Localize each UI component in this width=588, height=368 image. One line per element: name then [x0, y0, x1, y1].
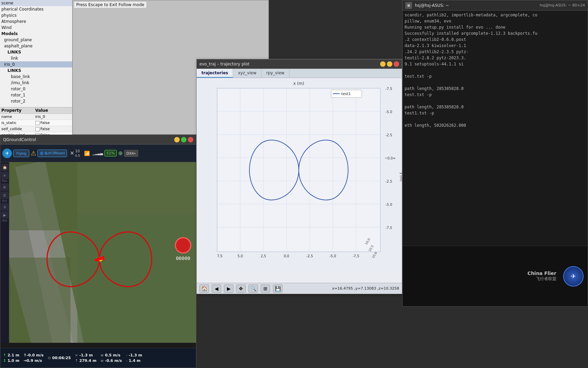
evo-next-button[interactable]: ▶	[224, 285, 233, 293]
prop-col-property-header: Property	[0, 107, 34, 113]
warning-icon[interactable]: ⚠	[31, 150, 36, 157]
flying-mode-button[interactable]: Flying	[13, 150, 29, 157]
alt-down-value: 1.0 m	[7, 358, 19, 363]
term-line-8: 9.1 setuptools-44.1.1 si	[405, 61, 586, 67]
tree-item-scene[interactable]: scene	[0, 0, 72, 6]
tree-item-link[interactable]: link	[0, 55, 72, 61]
term-line-12: path length, 285385828.0	[405, 104, 586, 110]
evo-save-button[interactable]: 💾	[273, 285, 282, 293]
vspeed-down-value: →0.9 m/s	[23, 358, 42, 363]
xspd-icon: w	[100, 353, 103, 358]
evo-prev-button[interactable]: ◀	[212, 285, 221, 293]
prop-name-static: is_static	[0, 120, 34, 126]
y-tick-4: -2.5	[386, 180, 392, 183]
y-speed-value: -0.6 m/s	[105, 358, 122, 363]
sidebar-play-icon[interactable]: ▶	[1, 211, 9, 219]
term-line-4: .2 contextlib2-0.6.0.post	[405, 36, 586, 43]
record-button[interactable]	[175, 237, 191, 254]
watermark-icon: ✈	[563, 266, 584, 287]
sidebar-settings-icon[interactable]: ⚙	[1, 183, 9, 191]
x-tick-2: 2,5	[261, 254, 266, 258]
checkbox-static[interactable]	[35, 121, 39, 125]
x-tick-0: 7,5	[217, 254, 223, 258]
tab-rpy-view[interactable]: rpy_view	[262, 69, 290, 78]
evo-maximize-button[interactable]	[387, 61, 392, 67]
evo-home-button[interactable]: 🏠	[199, 285, 209, 293]
prop-val-self-collide: False	[34, 126, 72, 132]
term-line-5: data-2.1.3 kiwisolver-1.1	[405, 43, 586, 49]
terminal-window: ▣ hsj@hsj-ASUS: ~ hsj@hsj-ASUS: ~ 80×24 …	[402, 0, 588, 307]
x-tick-6: -7,5	[353, 254, 359, 258]
tree-item-asphalt-plane[interactable]: asphalt_plane	[0, 43, 72, 49]
status-x2: - -1.3 m - 1.4 m	[126, 353, 142, 363]
tree-item-ground-plane[interactable]: ground_plane	[0, 37, 72, 43]
tree-item-imu-link[interactable]: /imu_link	[0, 80, 72, 86]
evo-titlebar: evo_traj – trajectory plot	[197, 59, 402, 69]
tree-item-rotor1[interactable]: rotor_1	[0, 92, 72, 98]
qgc-minimize-button[interactable]	[174, 137, 180, 142]
clock-icon: ⊙	[48, 355, 51, 361]
tree-item-rotor2[interactable]: rotor_2	[0, 98, 72, 104]
trajectory-overlay	[9, 162, 196, 343]
x-axis-label: x (m)	[293, 81, 304, 86]
gps-icon: ⊕	[118, 150, 122, 156]
term-line-11: test.txt -p	[405, 92, 586, 98]
sidebar-pause-icon[interactable]: ⏸	[1, 203, 9, 211]
sidebar-extra-label: 指令	[2, 219, 7, 222]
terminal-icon: ▣	[405, 2, 412, 9]
evo-minimize-button[interactable]	[380, 61, 386, 67]
qgc-maximize-button[interactable]	[181, 137, 186, 142]
tab-xyz-view[interactable]: xyz_view	[233, 69, 261, 78]
tree-item-iris0[interactable]: iris_0	[0, 61, 72, 67]
checkbox-self-collide[interactable]	[35, 127, 39, 131]
term-line-2: Running setup.py install for evo ... don…	[405, 24, 586, 30]
term-line-10: path length, 285385828.0	[405, 86, 586, 92]
status-x-speed: w 0.5 m/s w -0.6 m/s	[100, 353, 122, 363]
prop-val-static: False	[34, 120, 72, 126]
tab-trajectories[interactable]: trajectories	[197, 69, 233, 78]
watermark-logo: China Flier 飞行者联盟 ✈	[527, 266, 584, 287]
vspeed-up-value: ↑-0.0 m/s	[23, 353, 44, 358]
status-time: ⊙ 00:06:25	[48, 355, 71, 361]
terminal-subtitle: hsj@hsj-ASUS: ~ 80×24	[540, 3, 585, 7]
term-line-0: scandir, pathlib2, importlib-metadata, a…	[405, 12, 586, 18]
evo-close-button[interactable]	[394, 61, 399, 67]
dx4-button[interactable]: DX4+	[124, 150, 138, 157]
tree-item-models[interactable]: Models	[0, 31, 72, 37]
fly-mode-icon[interactable]: ✈	[2, 149, 12, 158]
tree-item-wind[interactable]: Wind	[0, 25, 72, 31]
x-val2-value: -1.3 m	[129, 353, 142, 358]
qgc-window: QGroundControl ✈ Flying ⚠ 🌀 板外Offboard ✕…	[0, 135, 196, 368]
x-tick-1: 5,0	[238, 254, 243, 258]
tree-item-atmosphere[interactable]: Atmosphere	[0, 18, 72, 25]
prop-col-value-header: Value	[34, 107, 72, 113]
terminal-user-title: hsj@hsj-ASUS: ~	[415, 3, 449, 8]
term-line-13: test1.txt -p	[405, 110, 586, 116]
tree-section-links-2: LINKS	[0, 67, 72, 74]
term-line-1: pillow, enum34, evo	[405, 18, 586, 24]
offboard-mode-button[interactable]: 🌀 板外Offboard	[37, 150, 67, 157]
sidebar-fly-icon[interactable]: ✈	[1, 172, 9, 179]
xval2-icon: -	[126, 353, 127, 358]
y-axis-label: y (m)	[399, 172, 402, 182]
terminal-body[interactable]: scandir, pathlib2, importlib-metadata, a…	[403, 11, 588, 130]
qgc-title: QGroundControl	[3, 137, 36, 142]
evo-pan-button[interactable]: ✥	[236, 285, 246, 293]
evo-zoom-button[interactable]: 🔍	[248, 285, 258, 293]
tree-item-rotor0[interactable]: rotor_0	[0, 86, 72, 92]
tree-item-spherical[interactable]: pherical Coordinates	[0, 6, 72, 12]
qgc-close-button[interactable]	[188, 137, 193, 142]
battery-display: 51%	[104, 150, 117, 156]
sidebar-home-icon[interactable]: 🏠	[1, 164, 9, 171]
tree-item-base-link[interactable]: base_link	[0, 74, 72, 80]
term-line-7: teutil-2.8.2 pytz-2023.3.	[405, 55, 586, 61]
signal-bars: ▁▂▃▄	[93, 151, 103, 155]
evo-settings-button[interactable]: ⊞	[261, 285, 270, 293]
escape-message: Press Escape to Exit Follow mode	[74, 2, 146, 8]
tree-item-physics[interactable]: physics	[0, 12, 72, 18]
qgc-map[interactable]: 00:06:25 00000	[9, 162, 196, 343]
sidebar-menu-icon[interactable]: ☰	[1, 191, 9, 199]
frame-counter: 00000	[176, 256, 190, 261]
alt-down-icon: ↕	[3, 358, 6, 363]
y-val2-value: 1.4 m	[129, 358, 141, 363]
